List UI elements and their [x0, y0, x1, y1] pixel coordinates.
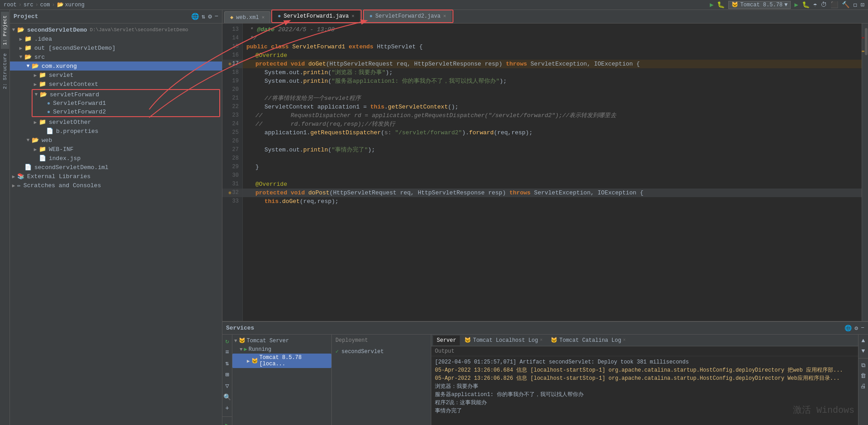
breadcrumb-xurong[interactable]: 📂 xurong	[57, 1, 85, 8]
tree-item-servletforward2[interactable]: ● ServletForward2	[33, 108, 219, 116]
breadcrumb-com[interactable]: com	[40, 2, 50, 8]
scrollbar-track[interactable]	[864, 24, 868, 321]
editor-scrollbar[interactable]	[862, 24, 868, 321]
run-icon[interactable]: ▶	[710, 1, 713, 9]
tree-item-servlet[interactable]: ▶ 📁 servlet	[10, 71, 222, 80]
tree-item-root[interactable]: ▼ 📂 secondServletDemo D:\Java\Servlet\se…	[10, 25, 222, 34]
svc-item-tomcat-instance[interactable]: ▶ 🐱 Tomcat 8.5.78 [loca...	[232, 354, 331, 368]
scrollbar-thumb[interactable]	[865, 28, 868, 55]
tree-item-out[interactable]: ▶ 📁 out [secondServletDemo]	[10, 43, 222, 52]
code-content[interactable]: * @date 2022/4/5 - 13:08 */ public class…	[243, 24, 862, 321]
tab-java-icon-sf1: ●	[278, 13, 281, 19]
tab-close-sf1[interactable]: ×	[352, 14, 355, 19]
tree-item-servletcontext[interactable]: ▶ 📁 servletContext	[10, 80, 222, 89]
output-tab-localhost[interactable]: 🐱 Tomcat Localhost Log ×	[461, 335, 546, 345]
svc-item-tomcat[interactable]: ▼ 🐱 Tomcat Server	[232, 336, 331, 345]
tab-webxml[interactable]: ◆ web.xml ×	[224, 11, 270, 23]
project-tab[interactable]: 1: Project	[1, 12, 9, 49]
os-clear-icon[interactable]: 🗑	[859, 372, 867, 380]
deployment-header: Deployment	[334, 336, 429, 345]
coverage-icon[interactable]: ☂	[813, 1, 817, 9]
tomcat-dropdown-icon[interactable]: ▼	[784, 2, 788, 8]
os-print-icon[interactable]: 🖨	[859, 382, 867, 391]
tree-item-src[interactable]: ▼ 📂 src	[10, 52, 222, 61]
maximize-icon[interactable]: ⊡	[861, 1, 864, 9]
os-copy-icon[interactable]: ⧉	[860, 361, 866, 370]
expand-scratches[interactable]: ▶	[10, 183, 17, 189]
tab-servletforward2[interactable]: ● ServletForward2.java ×	[364, 10, 452, 22]
expand-root[interactable]: ▼	[10, 27, 17, 33]
tree-item-servletforward[interactable]: ▼ 📂 servletForward	[33, 90, 219, 99]
os-down-icon[interactable]: ▼	[861, 347, 866, 355]
svc-icon-run[interactable]: ▶	[224, 420, 230, 425]
tree-item-webinf[interactable]: ▶ 📁 WEB-INF	[10, 145, 222, 154]
svc-item-running[interactable]: ▼ ▶ Running	[232, 345, 331, 354]
os-up-icon[interactable]: ▲	[861, 336, 866, 345]
settings-panel-icon[interactable]: ⚙	[208, 13, 212, 20]
svc-icon-list[interactable]: ≡	[224, 348, 230, 357]
code-line-26	[243, 137, 862, 146]
sort-icon[interactable]: ⇅	[202, 13, 205, 20]
tab-close-webxml[interactable]: ×	[262, 15, 265, 20]
globe-icon[interactable]: 🌐	[191, 13, 199, 20]
expand-extlibs[interactable]: ▶	[10, 174, 17, 179]
catalina-tab-close[interactable]: ×	[623, 338, 626, 343]
breadcrumb-src[interactable]: src	[24, 2, 33, 8]
expand-idea[interactable]: ▶	[17, 36, 24, 42]
svc-icon-add[interactable]: +	[224, 404, 230, 413]
ln-25: 25	[222, 128, 242, 137]
svc-icon-filter[interactable]: ▽	[224, 381, 230, 391]
svc-icon-group[interactable]: ⊞	[224, 370, 230, 379]
tree-item-com-xurong[interactable]: ▼ 📂 com.xurong	[10, 61, 222, 71]
localhost-tab-close[interactable]: ×	[540, 338, 542, 343]
expand-servletother[interactable]: ▶	[32, 119, 39, 125]
close-panel-icon[interactable]: −	[215, 13, 218, 20]
expand-out[interactable]: ▶	[17, 45, 24, 51]
svc-icon-search[interactable]: 🔍	[222, 392, 232, 402]
services-settings-icon[interactable]: ⚙	[854, 325, 858, 332]
expand-running[interactable]: ▼	[240, 347, 243, 352]
svc-icon-sort[interactable]: ⇅	[224, 359, 230, 368]
tree-item-iml[interactable]: 📄 secondServletDemo.iml	[10, 163, 222, 172]
services-output: Server 🐱 Tomcat Localhost Log × 🐱 Tomcat…	[431, 335, 858, 425]
tree-item-servletother[interactable]: ▶ 📁 servletOther	[10, 118, 222, 127]
output-line-4: 服务器application1: 你的事我办不了，我可以找人帮你办	[435, 391, 854, 399]
build-icon[interactable]: 🔨	[842, 1, 849, 9]
structure-tab[interactable]: 2: Structure	[1, 50, 9, 93]
run-config-icon[interactable]: ▶	[794, 1, 798, 9]
expand-servletcontext[interactable]: ▶	[32, 81, 39, 87]
tab-close-sf2[interactable]: ×	[443, 14, 446, 19]
line-numbers: 13 14 15 16 ◉17 18 19 20 21 22 23 24 25 …	[222, 24, 243, 321]
output-tab-server[interactable]: Server	[433, 335, 460, 345]
tree-item-scratches[interactable]: ▶ ✏ Scratches and Consoles	[10, 181, 222, 190]
tree-item-indexjsp[interactable]: 📄 index.jsp	[10, 154, 222, 163]
tree-item-bprops[interactable]: 📄 b.properties	[10, 127, 222, 136]
output-tabs: Server 🐱 Tomcat Localhost Log × 🐱 Tomcat…	[431, 335, 858, 346]
tree-item-web[interactable]: ▼ 📂 web	[10, 136, 222, 145]
expand-webinf[interactable]: ▶	[32, 146, 39, 152]
expand-instance[interactable]: ▶	[247, 358, 250, 364]
expand-web[interactable]: ▼	[24, 137, 32, 143]
expand-tomcat[interactable]: ▼	[234, 338, 237, 344]
tree-item-extlibs[interactable]: ▶ 📚 External Libraries	[10, 172, 222, 181]
breadcrumb-project[interactable]: root	[4, 2, 17, 8]
window-icon[interactable]: ◻	[853, 1, 857, 9]
stop-icon[interactable]: ⬛	[830, 1, 838, 9]
profile-icon[interactable]: ⏱	[821, 1, 827, 9]
output-line-6: 事情办完了	[435, 407, 854, 415]
expand-servletforward[interactable]: ▼	[33, 92, 40, 97]
services-globe-icon[interactable]: 🌐	[844, 325, 852, 332]
tab-servletforward1[interactable]: ● ServletForward1.java ×	[272, 10, 360, 22]
debug-icon[interactable]: 🐛	[717, 1, 725, 9]
expand-com[interactable]: ▼	[24, 63, 32, 69]
expand-servlet[interactable]: ▶	[32, 72, 39, 78]
tree-item-idea[interactable]: ▶ 📁 .idea	[10, 34, 222, 43]
services-minimize-icon[interactable]: −	[861, 325, 864, 332]
tomcat-selector[interactable]: 🐱 Tomcat 8.5.78 ▼	[728, 1, 791, 9]
debug-config-icon[interactable]: 🐛	[802, 1, 810, 9]
tree-item-servletforward1[interactable]: ● ServletForward1	[33, 99, 219, 108]
main-container: 1: Project 2: Structure Project 🌐 ⇅ ⚙ − …	[0, 10, 868, 425]
output-tab-catalina[interactable]: 🐱 Tomcat Catalina Log ×	[547, 335, 629, 345]
svc-icon-refresh[interactable]: ↻	[224, 336, 230, 346]
expand-src[interactable]: ▼	[17, 54, 24, 60]
